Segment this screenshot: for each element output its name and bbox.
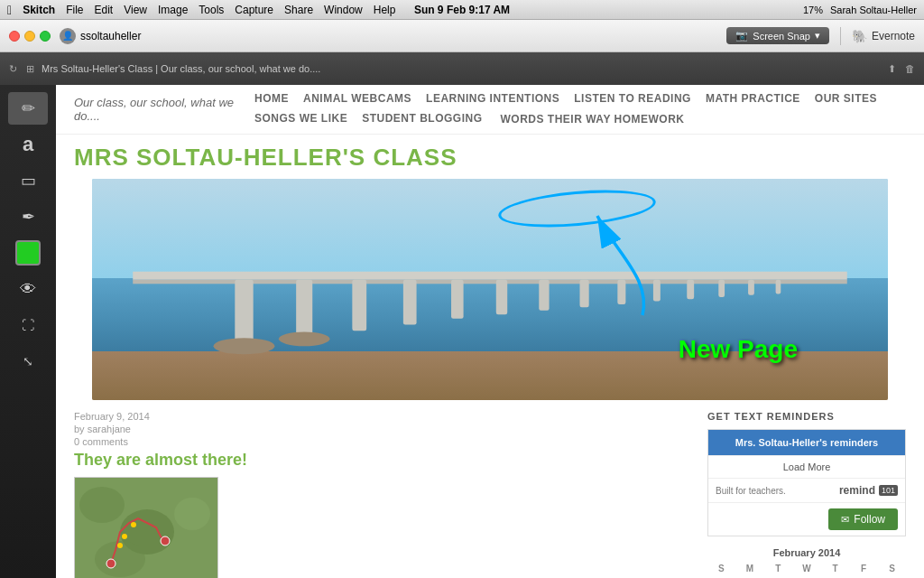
- nav-words-homework[interactable]: WORDS THEIR WAY HOMEWORK: [497, 112, 688, 126]
- nav-links: HOME ANIMAL WEBCAMS LEARNING INTENTIONS …: [254, 92, 906, 126]
- site-title: MRS SOLTAU-HELLER'S CLASS: [56, 135, 924, 179]
- svg-point-17: [214, 338, 275, 354]
- evernote-label: Evernote: [872, 30, 915, 42]
- pen-tool[interactable]: ✏: [8, 92, 48, 125]
- crop-tool[interactable]: ⛶: [8, 309, 48, 341]
- reminders-box: Mrs. Soltau-Heller's reminders Load More…: [707, 429, 906, 536]
- nav-learning[interactable]: LEARNING INTENTIONS: [426, 92, 559, 108]
- main-container: ✏ a ▭ ✒ 👁 ⛶ ⤡ Our class, our school, wha…: [0, 85, 924, 578]
- svg-point-27: [122, 534, 127, 539]
- svg-rect-1: [133, 272, 847, 280]
- dropdown-icon: ▾: [815, 30, 820, 42]
- menu-share[interactable]: Share: [284, 4, 313, 16]
- post-comments[interactable]: 0 comments: [74, 436, 693, 447]
- menu-edit[interactable]: Edit: [94, 4, 113, 16]
- remind-footer: Built for teachers. remind 101: [708, 478, 905, 502]
- svg-point-18: [279, 331, 330, 346]
- svg-point-20: [79, 487, 125, 523]
- map-svg: [75, 478, 218, 578]
- app-toolbar: 👤 ssoltauheller 📷 Screen Snap ▾ 🐘 Everno…: [0, 20, 924, 52]
- minimize-button[interactable]: [24, 31, 35, 42]
- rectangle-tool[interactable]: ▭: [8, 164, 48, 197]
- svg-rect-13: [687, 280, 694, 299]
- web-content: Our class, our school, what we do.... HO…: [56, 85, 924, 578]
- nav-home[interactable]: HOME: [254, 92, 289, 108]
- remind-badge: 101: [879, 485, 898, 496]
- cal-header-t: T: [764, 562, 792, 575]
- svg-rect-5: [352, 280, 366, 331]
- menu-file[interactable]: File: [66, 4, 83, 16]
- built-for-label: Built for teachers.: [716, 486, 786, 496]
- browser-action-icons: ⬆ 🗑: [888, 63, 915, 75]
- svg-rect-6: [403, 280, 417, 325]
- post-title[interactable]: They are almost there!: [74, 451, 693, 470]
- svg-rect-16: [776, 280, 781, 294]
- menu-image[interactable]: Image: [158, 4, 188, 16]
- nav-listening[interactable]: LISTEN TO READING: [574, 92, 691, 108]
- color-swatch: [15, 240, 41, 266]
- menu-capture[interactable]: Capture: [235, 4, 273, 16]
- follow-label: Follow: [854, 513, 885, 526]
- svg-rect-3: [235, 280, 253, 347]
- evernote-button[interactable]: 🐘 Evernote: [852, 29, 915, 43]
- user-avatar: 👤: [60, 28, 76, 44]
- nav-webcams[interactable]: ANIMAL WEBCAMS: [303, 92, 411, 108]
- svg-rect-14: [718, 280, 725, 297]
- refresh-icon[interactable]: ↻: [9, 63, 17, 75]
- user-info: 👤 ssoltauheller: [60, 28, 141, 44]
- menu-tools[interactable]: Tools: [199, 4, 224, 16]
- reminders-header: GET TEXT REMINDERS: [707, 411, 906, 422]
- site-tagline: Our class, our school, what we do....: [74, 92, 254, 123]
- highlighter-tool[interactable]: ✒: [8, 200, 48, 233]
- share-icon[interactable]: ⬆: [888, 63, 896, 75]
- close-button[interactable]: [9, 31, 20, 42]
- browser-title: Mrs Soltau-Heller's Class | Our class, o…: [42, 63, 881, 74]
- eye-tool[interactable]: 👁: [8, 273, 48, 305]
- resize-tool[interactable]: ⤡: [8, 345, 48, 378]
- calendar-grid: S M T W T F S: [707, 562, 906, 578]
- svg-rect-9: [539, 280, 549, 311]
- topbar-clock: Sun 9 Feb 9:17 AM: [414, 4, 510, 16]
- bookmark-icon[interactable]: 🗑: [905, 63, 915, 74]
- nav-math[interactable]: MATH PRACTICE: [706, 92, 800, 108]
- nav-blogging[interactable]: STUDENT BLOGGING: [362, 112, 482, 126]
- website: Our class, our school, what we do.... HO…: [56, 85, 924, 578]
- window-controls: [9, 31, 51, 42]
- post-date: February 9, 2014: [74, 411, 693, 422]
- cal-header-f: F: [850, 562, 878, 575]
- calendar: February 2014 S M T W T F S: [707, 547, 906, 578]
- content-area: February 9, 2014 by sarahjane 0 comments…: [56, 400, 924, 578]
- screen-snap-button[interactable]: 📷 Screen Snap ▾: [726, 27, 829, 44]
- apple-menu[interactable]: : [7, 3, 12, 17]
- svg-rect-12: [653, 280, 661, 302]
- envelope-icon: ✉: [841, 514, 849, 526]
- svg-point-24: [106, 559, 116, 568]
- color-picker[interactable]: [8, 237, 48, 269]
- svg-rect-11: [617, 280, 625, 304]
- load-more-button[interactable]: Load More: [708, 455, 905, 478]
- maximize-button[interactable]: [40, 31, 51, 42]
- svg-rect-4: [296, 280, 312, 340]
- menu-window[interactable]: Window: [324, 4, 363, 16]
- reminders-button[interactable]: Mrs. Soltau-Heller's reminders: [708, 430, 905, 455]
- remind-logo: remind 101: [839, 484, 898, 497]
- svg-rect-8: [496, 280, 507, 314]
- grid-icon[interactable]: ⊞: [26, 63, 34, 75]
- browser-controls: ↻ ⊞: [9, 63, 34, 75]
- svg-rect-10: [580, 280, 589, 308]
- menu-view[interactable]: View: [124, 4, 147, 16]
- calendar-header: February 2014: [707, 547, 906, 558]
- cal-header-m: M: [736, 562, 764, 575]
- text-tool[interactable]: a: [8, 128, 48, 161]
- app-name[interactable]: Skitch: [23, 4, 55, 16]
- screen-snap-icon: 📷: [735, 30, 748, 42]
- nav-sites[interactable]: OUR SITES: [815, 92, 877, 108]
- new-page-annotation: New Page: [679, 335, 798, 364]
- follow-button[interactable]: ✉ Follow: [828, 508, 898, 530]
- nav-songs[interactable]: SONGS WE LIKE: [254, 112, 347, 126]
- svg-point-22: [174, 498, 210, 530]
- evernote-icon: 🐘: [852, 29, 867, 43]
- post-author: by sarahjane: [74, 424, 693, 434]
- menu-help[interactable]: Help: [374, 4, 396, 16]
- mac-topbar:  Skitch File Edit View Image Tools Capt…: [0, 0, 924, 20]
